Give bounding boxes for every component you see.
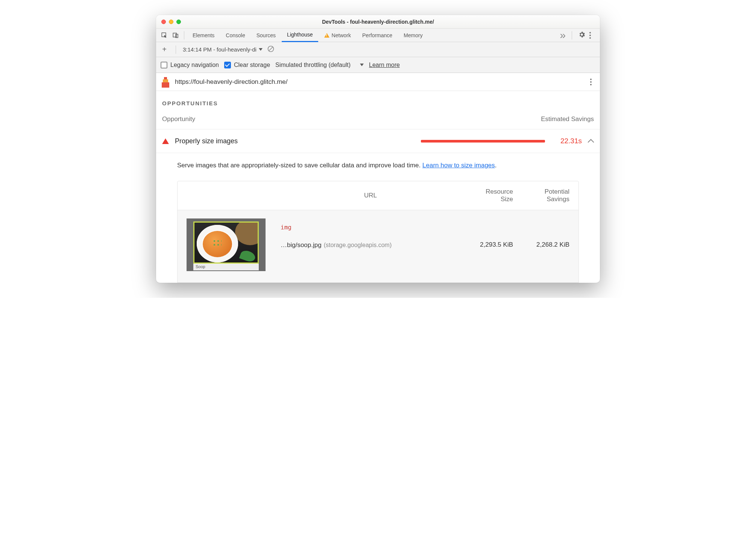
lighthouse-logo-icon [161, 76, 170, 88]
inspect-element-icon[interactable] [159, 29, 170, 42]
device-toolbar-icon[interactable] [170, 29, 181, 42]
zoom-window-button[interactable] [176, 20, 181, 24]
clear-storage-option[interactable]: Clear storage [224, 62, 270, 68]
table-row[interactable]: Soop img …big/soop.jpg(storage.googleapi… [178, 210, 578, 282]
devtools-window: DevTools - foul-heavenly-direction.glitc… [156, 15, 600, 283]
window-controls [161, 20, 181, 24]
svg-line-4 [269, 47, 273, 51]
clear-storage-label: Clear storage [234, 62, 270, 68]
report-selector-label: 3:14:14 PM - foul-heavenly-di [183, 46, 257, 53]
savings-bar-wrap: 22.31s [244, 137, 594, 145]
th-potential-savings: Potential Savings [513, 188, 569, 203]
divider [572, 31, 572, 39]
minimize-window-button[interactable] [169, 20, 173, 24]
svg-rect-1 [173, 33, 176, 37]
section-title: OPPORTUNITIES [156, 98, 600, 112]
tab-lighthouse[interactable]: Lighthouse [282, 29, 318, 42]
th-url: URL [281, 192, 460, 199]
kebab-menu-icon[interactable] [589, 32, 595, 39]
warning-icon [324, 33, 329, 38]
legacy-navigation-option[interactable]: Legacy navigation [161, 62, 219, 68]
tab-sources[interactable]: Sources [251, 29, 281, 42]
settings-gear-icon[interactable] [578, 31, 586, 39]
col-opportunity: Opportunity [162, 115, 195, 123]
lighthouse-options: Legacy navigation Clear storage Simulate… [156, 57, 600, 73]
tab-network[interactable]: Network [319, 29, 356, 42]
tab-console[interactable]: Console [220, 29, 250, 42]
titlebar: DevTools - foul-heavenly-direction.glitc… [156, 15, 600, 29]
tab-memory[interactable]: Memory [398, 29, 428, 42]
resource-host: (storage.googleapis.com) [324, 242, 392, 248]
description-text: Serve images that are appropriately-size… [177, 162, 422, 169]
dropdown-caret-icon [259, 48, 263, 51]
checkbox-unchecked-icon[interactable] [161, 62, 167, 68]
close-window-button[interactable] [161, 20, 166, 24]
report-url: https://foul-heavenly-direction.glitch.m… [175, 78, 288, 86]
col-estimated-savings: Estimated Savings [541, 115, 594, 123]
lighthouse-toolbar: + 3:14:14 PM - foul-heavenly-di [156, 42, 600, 57]
th-resource-size: Resource Size [460, 188, 513, 203]
checkbox-checked-icon[interactable] [224, 62, 231, 68]
divider [184, 31, 184, 39]
thumb-caption: Soop [193, 264, 259, 270]
window-title: DevTools - foul-heavenly-direction.glitc… [156, 19, 600, 25]
tab-network-label: Network [332, 32, 351, 38]
opportunity-description: Serve images that are appropriately-size… [156, 153, 600, 177]
savings-bar [421, 140, 545, 143]
opportunity-table: URL Resource Size Potential Savings [177, 181, 579, 283]
tab-elements[interactable]: Elements [187, 29, 220, 42]
savings-value: 22.31s [552, 137, 582, 145]
report-content: OPPORTUNITIES Opportunity Estimated Savi… [156, 91, 600, 283]
throttling-selector[interactable]: Simulated throttling (default) [275, 62, 364, 68]
tab-performance[interactable]: Performance [357, 29, 398, 42]
throttling-label: Simulated throttling (default) [275, 62, 351, 68]
more-tabs-icon[interactable]: » [560, 29, 566, 41]
learn-more-link[interactable]: Learn more [369, 62, 400, 68]
learn-link[interactable]: Learn how to size images [422, 162, 495, 169]
element-tag: img [281, 224, 460, 231]
fail-triangle-icon [162, 138, 169, 144]
resource-path: …big/soop.jpg [281, 241, 322, 249]
potential-savings-cell: 2,268.2 KiB [513, 241, 569, 249]
url-cell: img …big/soop.jpg(storage.googleapis.com… [281, 240, 460, 249]
opportunity-row[interactable]: Properly size images 22.31s [156, 129, 600, 153]
clear-icon[interactable] [267, 45, 275, 54]
opportunities-header: Opportunity Estimated Savings [156, 112, 600, 129]
divider [176, 46, 176, 54]
table-head: URL Resource Size Potential Savings [178, 181, 578, 210]
report-selector[interactable]: 3:14:14 PM - foul-heavenly-di [183, 46, 263, 53]
main-tabbar: Elements Console Sources Lighthouse Netw… [156, 29, 600, 42]
collapse-chevron-icon[interactable] [589, 138, 594, 144]
resource-size-cell: 2,293.5 KiB [460, 241, 513, 249]
legacy-navigation-label: Legacy navigation [170, 62, 219, 68]
dropdown-caret-icon [360, 64, 364, 66]
report-url-bar: https://foul-heavenly-direction.glitch.m… [156, 73, 600, 91]
image-thumbnail: Soop [187, 218, 266, 271]
report-menu-icon[interactable] [590, 79, 595, 85]
opportunity-title: Properly size images [175, 137, 238, 145]
new-report-button[interactable]: + [160, 45, 169, 54]
